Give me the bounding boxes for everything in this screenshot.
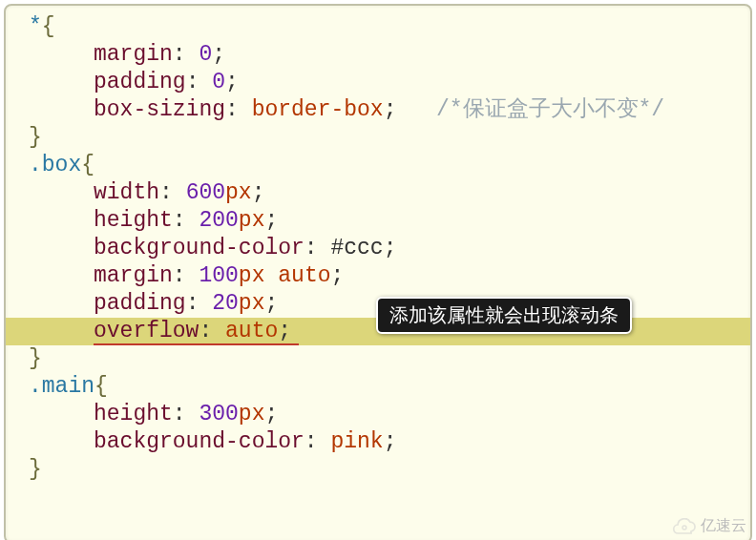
selector-star: *	[29, 14, 42, 39]
code-line-9: background-color: #ccc;	[6, 235, 750, 262]
prop-padding: padding	[94, 291, 186, 316]
code-line-6: .box{	[6, 152, 750, 179]
val-300: 300	[199, 402, 238, 426]
code-block: *{ margin: 0; padding: 0; box-sizing: bo…	[4, 4, 752, 540]
prop-margin: margin	[94, 42, 173, 67]
unit-px: px	[239, 402, 265, 426]
val-600: 600	[186, 180, 225, 205]
code-line-17: }	[6, 456, 750, 484]
prop-height: height	[94, 208, 173, 233]
prop-padding: padding	[94, 70, 186, 94]
val-20: 20	[212, 291, 239, 316]
unit-px: px	[225, 180, 252, 205]
callout-text: 添加该属性就会出现滚动条	[389, 304, 619, 325]
val-ccc: #ccc	[330, 236, 383, 260]
selector-main: .main	[29, 374, 94, 399]
selector-box: .box	[29, 153, 81, 177]
prop-width: width	[94, 180, 159, 205]
unit-px: px	[239, 208, 265, 233]
brace-open: {	[94, 374, 108, 399]
unit-px: px	[239, 291, 265, 316]
brace-open: {	[81, 153, 94, 177]
brace-close: }	[29, 125, 42, 150]
val-100: 100	[199, 263, 238, 288]
val-200: 200	[199, 208, 238, 233]
code-line-3: padding: 0;	[6, 69, 750, 96]
watermark-text: 亿速云	[701, 516, 746, 536]
prop-overflow: overflow	[94, 319, 199, 343]
code-line-8: height: 200px;	[6, 207, 750, 235]
prop-margin: margin	[94, 263, 173, 288]
val-auto: auto	[225, 319, 278, 343]
code-line-7: width: 600px;	[6, 179, 750, 207]
code-line-15: height: 300px;	[6, 401, 750, 428]
watermark: 亿速云	[672, 516, 746, 536]
val-zero: 0	[199, 42, 212, 67]
prop-height: height	[94, 402, 173, 426]
code-line-2: margin: 0;	[6, 41, 750, 69]
val-border-box: border-box	[252, 97, 384, 122]
prop-bgcolor: background-color	[94, 429, 304, 454]
code-line-5: }	[6, 124, 750, 152]
val-zero: 0	[212, 70, 225, 94]
brace-open: {	[42, 14, 55, 39]
code-line-1: *{	[6, 13, 750, 41]
code-line-16: background-color: pink;	[6, 428, 750, 456]
prop-bgcolor: background-color	[94, 236, 304, 260]
unit-px: px	[239, 263, 265, 288]
code-line-4: box-sizing: border-box; /*保证盒子大小不变*/	[6, 96, 750, 124]
val-pink: pink	[330, 429, 383, 454]
val-auto: auto	[278, 263, 330, 288]
brace-close: }	[29, 346, 42, 371]
prop-box-sizing: box-sizing	[94, 97, 225, 122]
callout-box: 添加该属性就会出现滚动条	[376, 297, 632, 334]
svg-point-0	[682, 526, 686, 530]
cloud-icon	[672, 518, 697, 535]
code-line-13: }	[6, 345, 750, 373]
code-line-10: margin: 100px auto;	[6, 262, 750, 290]
brace-close: }	[29, 457, 42, 482]
code-line-14: .main{	[6, 373, 750, 401]
comment: /*保证盒子大小不变*/	[436, 97, 664, 122]
